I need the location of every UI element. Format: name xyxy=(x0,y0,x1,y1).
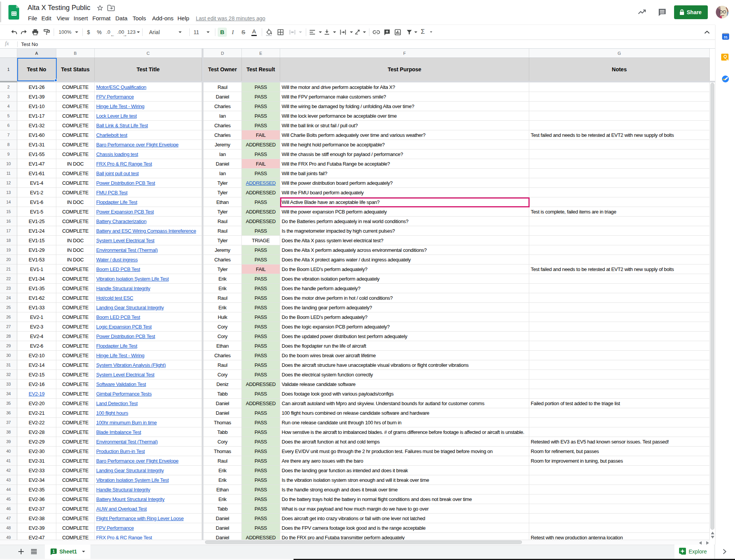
svg-text:31: 31 xyxy=(724,35,728,39)
svg-text:1: 1 xyxy=(52,549,55,553)
